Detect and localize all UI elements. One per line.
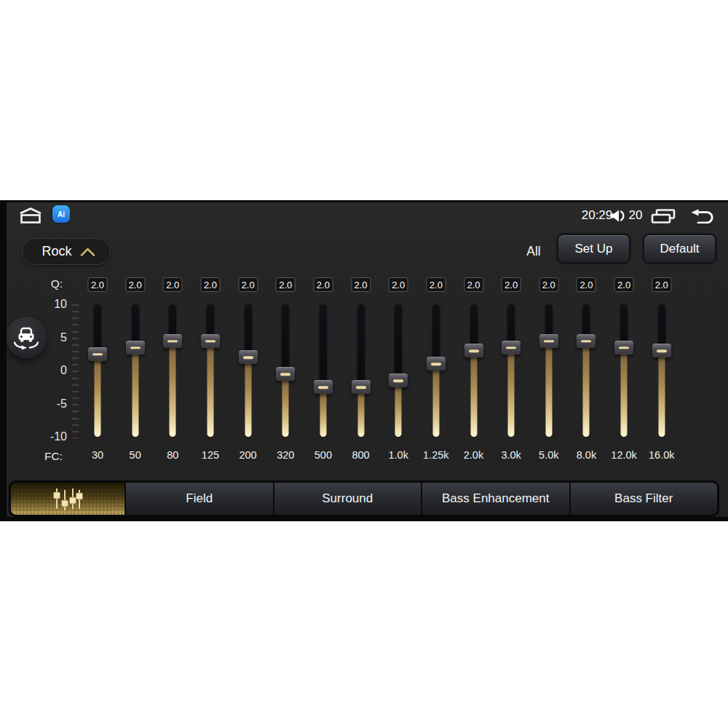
band-slider-125[interactable] (200, 304, 221, 437)
q-value-badge[interactable]: 2.0 (539, 277, 558, 292)
slider-track-upper (282, 304, 289, 374)
slider-handle[interactable] (389, 373, 408, 387)
set-up-button[interactable]: Set Up (558, 234, 630, 263)
band-slider-3.0k[interactable] (501, 304, 521, 437)
slider-handle[interactable] (614, 341, 633, 355)
gain-scale-label: -10 (38, 430, 67, 444)
eq-band-8.0k: 2.08.0k (567, 277, 605, 464)
q-value-badge[interactable]: 2.0 (614, 277, 634, 292)
freq-label: 16.0k (643, 449, 681, 461)
slider-track-lower (170, 341, 176, 437)
freq-label: 800 (342, 449, 380, 461)
q-value-badge[interactable]: 2.0 (276, 277, 296, 292)
band-slider-2.0k[interactable] (464, 304, 484, 437)
band-slider-8.0k[interactable] (576, 304, 596, 437)
slider-handle[interactable] (464, 344, 483, 357)
band-slider-320[interactable] (275, 304, 296, 437)
q-value-badge[interactable]: 2.0 (426, 277, 446, 292)
q-value-badge[interactable]: 2.0 (163, 277, 183, 292)
q-value-badge[interactable]: 2.0 (238, 277, 258, 292)
q-value-badge[interactable]: 2.0 (313, 277, 333, 292)
slider-handle[interactable] (163, 334, 182, 348)
slider-track-lower (132, 347, 138, 437)
slider-handle[interactable] (652, 344, 671, 357)
eq-band-12.0k: 2.012.0k (605, 277, 643, 464)
q-value-badge[interactable]: 2.0 (389, 277, 408, 292)
band-slider-1.0k[interactable] (388, 304, 408, 437)
freq-label: 50 (116, 449, 154, 461)
slider-track-upper (320, 304, 327, 387)
voice-assistant-app-button[interactable]: Ai (52, 205, 70, 223)
tab-surround[interactable]: Surround (273, 483, 422, 515)
freq-label: 5.0k (530, 449, 568, 461)
q-value-badge[interactable]: 2.0 (351, 277, 371, 292)
band-slider-500[interactable] (313, 304, 333, 437)
slider-handle[interactable] (201, 334, 220, 348)
preset-dropdown[interactable]: Rock (22, 238, 111, 265)
slider-handle[interactable] (352, 380, 371, 394)
q-value-badge[interactable]: 2.0 (464, 277, 483, 292)
eq-band-5.0k: 2.05.0k (530, 277, 568, 464)
gain-scale-label: 0 (38, 363, 67, 378)
eq-band-16.0k: 2.016.0k (643, 277, 681, 464)
tab-bass-enhancement[interactable]: Bass Enhancement (421, 483, 569, 515)
freq-label: 500 (304, 449, 342, 461)
slider-track-lower (95, 354, 101, 437)
slider-handle[interactable] (239, 350, 258, 364)
eq-band-320: 2.0320 (266, 277, 304, 464)
volume-button[interactable] (610, 209, 626, 223)
car-surround-icon (12, 325, 40, 350)
slider-handle[interactable] (314, 380, 333, 394)
slider-track-lower (245, 357, 251, 437)
slider-track-lower (357, 387, 364, 437)
freq-label: 200 (229, 449, 267, 461)
q-value-badge[interactable]: 2.0 (502, 277, 521, 292)
tab-bass-filter[interactable]: Bass Filter (569, 483, 718, 515)
slider-handle[interactable] (88, 347, 107, 361)
slider-handle[interactable] (427, 357, 446, 371)
slider-handle[interactable] (539, 334, 558, 348)
q-value-badge[interactable]: 2.0 (577, 277, 596, 292)
band-slider-200[interactable] (238, 304, 258, 437)
slider-track-lower (320, 387, 326, 437)
home-icon (18, 207, 43, 224)
slider-track-lower (583, 341, 590, 437)
slider-track-lower (508, 347, 515, 437)
eq-band-80: 2.080 (154, 277, 191, 464)
tab-equalizer[interactable] (11, 483, 124, 515)
back-button[interactable] (689, 209, 715, 223)
freq-label: 1.0k (379, 449, 417, 461)
band-slider-80[interactable] (162, 304, 183, 437)
slider-track-lower (658, 351, 665, 437)
slider-handle[interactable] (276, 367, 295, 381)
slider-handle[interactable] (577, 334, 596, 348)
slider-track-lower (470, 351, 477, 437)
gain-scale-label: -5 (38, 397, 67, 411)
freq-label: 12.0k (605, 449, 643, 461)
band-slider-800[interactable] (351, 304, 371, 437)
q-value-badge[interactable]: 2.0 (200, 277, 220, 292)
preset-dropdown-label: Rock (41, 244, 71, 259)
recent-apps-button[interactable] (650, 209, 676, 223)
slider-track-lower (282, 374, 289, 437)
q-value-badge[interactable]: 2.0 (88, 277, 108, 292)
band-slider-50[interactable] (125, 304, 146, 437)
tab-field[interactable]: Field (124, 483, 273, 515)
default-button[interactable]: Default (644, 234, 716, 263)
home-button[interactable] (17, 207, 44, 224)
band-slider-30[interactable] (87, 304, 108, 437)
band-slider-5.0k[interactable] (539, 304, 559, 437)
all-label[interactable]: All (515, 238, 552, 265)
slider-track-upper (395, 304, 402, 381)
q-value-badge[interactable]: 2.0 (652, 277, 671, 292)
q-row-label: Q: (33, 277, 63, 290)
listening-position-button[interactable] (6, 317, 47, 358)
eq-band-200: 2.0200 (229, 277, 267, 464)
slider-handle[interactable] (126, 341, 145, 355)
band-slider-16.0k[interactable] (652, 304, 672, 437)
slider-handle[interactable] (502, 341, 521, 355)
band-slider-12.0k[interactable] (614, 304, 634, 437)
band-slider-1.25k[interactable] (426, 304, 446, 437)
slider-track-upper (432, 304, 440, 364)
q-value-badge[interactable]: 2.0 (125, 277, 145, 292)
